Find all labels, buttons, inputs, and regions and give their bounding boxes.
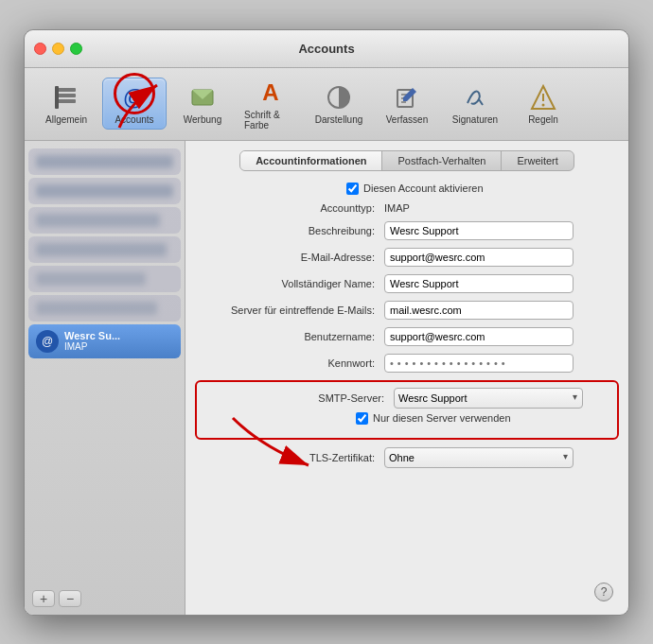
traffic-lights	[34, 43, 82, 55]
accounttyp-row: Accounttyp: IMAP	[195, 202, 619, 214]
benutzername-input[interactable]	[384, 327, 574, 346]
email-input[interactable]	[384, 248, 574, 267]
server-input[interactable]	[384, 301, 574, 320]
sidebar-blurred-4	[28, 236, 181, 263]
email-label: E-Mail-Adresse:	[195, 252, 384, 263]
maximize-button[interactable]	[70, 43, 82, 55]
smtp-label: SMTP-Server:	[204, 392, 394, 404]
account-name: Wesrc Su...	[64, 330, 173, 341]
smtp-select-wrapper: Wesrc Support ▾	[394, 388, 583, 409]
sidebar-item-wesrc[interactable]: @ Wesrc Su... IMAP	[28, 324, 181, 358]
window-title: Accounts	[298, 42, 354, 56]
accounttyp-label: Accounttyp:	[195, 202, 384, 214]
svg-rect-2	[57, 99, 76, 103]
sidebar-blurred-1	[28, 148, 181, 175]
main-panel: Accountinformationen Postfach-Verhalten …	[185, 141, 628, 615]
close-button[interactable]	[34, 43, 46, 55]
form-area: Diesen Account aktivieren Accounttyp: IM…	[195, 183, 619, 605]
vollname-input[interactable]	[384, 274, 574, 293]
svg-rect-1	[57, 94, 76, 97]
smtp-box: SMTP-Server: Wesrc Support ▾ Nur diesen …	[195, 380, 619, 440]
tab-erweitert[interactable]: Erweitert	[502, 151, 573, 170]
toolbar-accounts[interactable]: @ Accounts	[102, 78, 167, 130]
activate-label[interactable]: Diesen Account aktivieren	[346, 183, 484, 195]
toolbar-werbung-label: Werbung	[184, 114, 221, 125]
vollname-row: Vollständiger Name:	[195, 274, 619, 293]
darstellung-icon	[324, 82, 354, 113]
toolbar-allgemein-label: Allgemein	[45, 114, 87, 125]
smtp-row: SMTP-Server: Wesrc Support ▾	[204, 388, 609, 409]
beschreibung-row: Beschreibung:	[195, 221, 619, 240]
toolbar-schrift-label: Schrift & Farbe	[244, 110, 297, 131]
toolbar: Allgemein @ Accounts Werbung A Schrift &…	[25, 68, 628, 141]
toolbar-verfassen[interactable]: Verfassen	[375, 78, 439, 129]
account-info: Wesrc Su... IMAP	[64, 330, 173, 352]
sidebar-blurred-3	[28, 207, 181, 234]
sidebar-footer: + −	[28, 586, 181, 611]
nur-server-label[interactable]: Nur diesen Server verwenden	[356, 412, 511, 425]
smtp-select[interactable]: Wesrc Support	[394, 388, 583, 409]
svg-rect-3	[55, 86, 59, 109]
tls-select[interactable]: Ohne	[384, 447, 574, 468]
sidebar-blurred-2	[28, 178, 181, 204]
titlebar: Accounts	[25, 30, 628, 68]
toolbar-werbung[interactable]: Werbung	[170, 78, 235, 129]
verfassen-icon	[392, 82, 422, 113]
accounttyp-value: IMAP	[384, 202, 410, 214]
benutzername-label: Benutzername:	[195, 331, 384, 342]
toolbar-accounts-label: Accounts	[115, 114, 153, 125]
vollname-label: Vollständiger Name:	[195, 278, 384, 289]
minimize-button[interactable]	[52, 43, 64, 55]
tls-select-wrapper: Ohne ▾	[384, 447, 574, 468]
toolbar-regeln-label: Regeln	[528, 114, 558, 125]
sidebar: @ Wesrc Su... IMAP + −	[25, 141, 185, 615]
nur-server-checkbox[interactable]	[356, 412, 368, 425]
werbung-icon	[187, 82, 218, 113]
add-account-button[interactable]: +	[32, 590, 55, 607]
tab-accountinfo[interactable]: Accountinformationen	[240, 151, 382, 170]
server-label: Server für eintreffende E-Mails:	[195, 305, 384, 316]
toolbar-darstellung-label: Darstellung	[315, 114, 363, 125]
beschreibung-label: Beschreibung:	[195, 225, 384, 236]
tls-label: TLS-Zertifikat:	[195, 452, 384, 463]
svg-rect-0	[57, 88, 76, 92]
accounts-icon: @	[119, 82, 150, 113]
toolbar-allgemein[interactable]: Allgemein	[34, 78, 98, 129]
toolbar-verfassen-label: Verfassen	[386, 114, 428, 125]
sidebar-blurred-5	[28, 266, 181, 292]
signaturen-icon	[460, 82, 490, 113]
nur-server-row: Nur diesen Server verwenden	[204, 412, 609, 425]
toolbar-darstellung[interactable]: Darstellung	[307, 78, 371, 129]
content-area: @ Wesrc Su... IMAP + − Accountinformatio…	[25, 141, 628, 615]
beschreibung-input[interactable]	[384, 221, 574, 240]
tls-row: TLS-Zertifikat: Ohne ▾	[195, 447, 619, 468]
benutzername-row: Benutzername:	[195, 327, 619, 346]
sidebar-blurred-6	[28, 295, 181, 322]
toolbar-signaturen[interactable]: Signaturen	[443, 78, 507, 129]
tabs: Accountinformationen Postfach-Verhalten …	[239, 150, 574, 171]
schrift-icon: A	[256, 78, 286, 108]
help-button[interactable]: ?	[594, 583, 613, 601]
kennwort-row: Kennwort:	[195, 354, 619, 373]
toolbar-schrift[interactable]: A Schrift & Farbe	[238, 74, 303, 134]
toolbar-signaturen-label: Signaturen	[452, 114, 498, 125]
kennwort-label: Kennwort:	[195, 357, 384, 369]
account-avatar: @	[36, 330, 59, 353]
kennwort-input[interactable]	[384, 354, 574, 373]
tab-postfach[interactable]: Postfach-Verhalten	[382, 151, 502, 170]
toolbar-regeln[interactable]: Regeln	[511, 78, 575, 129]
account-type: IMAP	[64, 341, 173, 352]
regeln-icon	[528, 82, 558, 113]
server-row: Server für eintreffende E-Mails:	[195, 301, 619, 320]
svg-point-13	[542, 104, 545, 107]
activate-checkbox[interactable]	[346, 183, 359, 195]
remove-account-button[interactable]: −	[59, 590, 81, 607]
email-row: E-Mail-Adresse:	[195, 248, 619, 267]
allgemein-icon	[51, 82, 81, 113]
activate-row: Diesen Account aktivieren	[195, 183, 619, 195]
